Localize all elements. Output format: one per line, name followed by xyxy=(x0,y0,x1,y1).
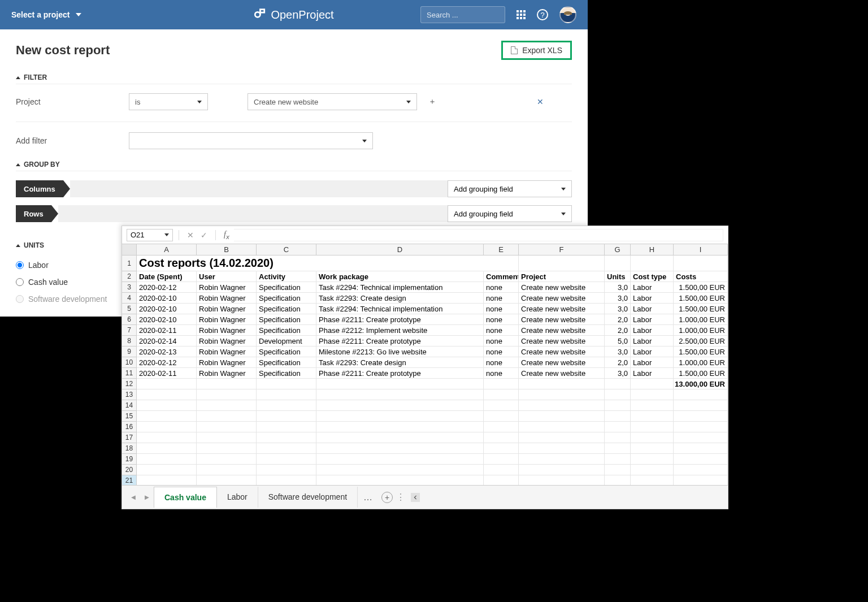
cell[interactable] xyxy=(257,475,316,486)
cell[interactable] xyxy=(484,432,519,443)
row-header[interactable]: 11 xyxy=(122,368,137,379)
cell[interactable] xyxy=(257,454,316,465)
cell[interactable]: 1.500,00 EUR xyxy=(674,304,728,314)
col-header[interactable]: A xyxy=(137,244,197,255)
sheet-tab[interactable]: Labor xyxy=(217,487,258,508)
cell[interactable] xyxy=(197,465,257,475)
cell[interactable]: 1.500,00 EUR xyxy=(674,347,728,357)
cell[interactable]: Labor xyxy=(631,357,674,368)
cell[interactable]: Phase #2211: Create prototype xyxy=(316,314,484,325)
spreadsheet-grid[interactable]: ABCDEFGHI1Cost reports (14.02.2020)2Date… xyxy=(122,244,728,486)
cell[interactable]: Task #2293: Create design xyxy=(316,293,484,304)
cell[interactable] xyxy=(316,465,484,475)
cell[interactable] xyxy=(197,475,257,486)
cell[interactable]: Phase #2211: Create prototype xyxy=(316,368,484,379)
cell[interactable] xyxy=(316,454,484,465)
cell[interactable]: 2020-02-12 xyxy=(137,282,197,293)
cell[interactable] xyxy=(197,255,257,271)
cell[interactable]: Costs xyxy=(674,271,728,282)
export-xls-button[interactable]: Export XLS xyxy=(501,41,572,60)
hscroll-left-icon[interactable] xyxy=(411,493,420,502)
cell[interactable] xyxy=(484,255,519,271)
cell[interactable]: Robin Wagner xyxy=(197,282,257,293)
row-header[interactable]: 13 xyxy=(122,389,137,400)
cell[interactable] xyxy=(519,432,605,443)
row-header[interactable]: 3 xyxy=(122,282,137,293)
cell[interactable] xyxy=(257,443,316,454)
remove-filter-button[interactable]: ✕ xyxy=(509,97,572,106)
cell[interactable]: none xyxy=(484,293,519,304)
cell[interactable]: 1.000,00 EUR xyxy=(674,325,728,336)
cell[interactable]: Specification xyxy=(257,325,316,336)
row-header[interactable]: 6 xyxy=(122,314,137,325)
cell[interactable]: 2020-02-10 xyxy=(137,293,197,304)
apps-icon[interactable] xyxy=(517,10,526,19)
cell[interactable]: 1.000,00 EUR xyxy=(674,314,728,325)
cell[interactable]: Create new website xyxy=(519,293,605,304)
cell[interactable] xyxy=(631,454,674,465)
cell[interactable]: Task #2294: Technical implementation xyxy=(316,282,484,293)
col-header[interactable]: G xyxy=(605,244,631,255)
cell[interactable]: Labor xyxy=(631,336,674,347)
cell[interactable] xyxy=(674,400,728,411)
tab-drag-handle[interactable]: ⋮ xyxy=(393,492,409,503)
cell[interactable] xyxy=(316,411,484,422)
cell[interactable]: 3,0 xyxy=(605,304,631,314)
cell[interactable] xyxy=(137,411,197,422)
cell[interactable]: 3,0 xyxy=(605,347,631,357)
cell[interactable] xyxy=(519,389,605,400)
cell[interactable] xyxy=(484,379,519,389)
add-value-button[interactable]: ＋ xyxy=(428,97,436,107)
cell[interactable]: Project xyxy=(519,271,605,282)
cell[interactable] xyxy=(674,422,728,432)
cell[interactable]: Create new website xyxy=(519,304,605,314)
cell[interactable] xyxy=(631,443,674,454)
sheet-tab[interactable]: Cash value xyxy=(154,487,217,508)
cell[interactable] xyxy=(519,475,605,486)
cell[interactable] xyxy=(484,475,519,486)
cell[interactable]: none xyxy=(484,368,519,379)
cell[interactable] xyxy=(484,411,519,422)
cell[interactable] xyxy=(257,432,316,443)
cell[interactable] xyxy=(137,432,197,443)
cell[interactable] xyxy=(519,379,605,389)
cell[interactable]: none xyxy=(484,314,519,325)
cell[interactable]: Labor xyxy=(631,368,674,379)
cell[interactable] xyxy=(674,255,728,271)
cell[interactable]: Comment xyxy=(484,271,519,282)
cell[interactable]: Robin Wagner xyxy=(197,304,257,314)
cell[interactable]: 2020-02-10 xyxy=(137,314,197,325)
user-avatar[interactable] xyxy=(559,6,576,23)
cell[interactable] xyxy=(197,379,257,389)
cell[interactable] xyxy=(316,432,484,443)
row-header[interactable]: 19 xyxy=(122,454,137,465)
tab-more[interactable]: … xyxy=(358,492,378,503)
cell[interactable] xyxy=(137,389,197,400)
cell[interactable] xyxy=(316,475,484,486)
cell[interactable]: Specification xyxy=(257,293,316,304)
filter-operator-select[interactable]: is xyxy=(129,93,208,110)
cell[interactable] xyxy=(605,465,631,475)
fx-icon[interactable]: fx xyxy=(224,230,229,240)
cell[interactable] xyxy=(605,422,631,432)
cell[interactable] xyxy=(137,379,197,389)
cell[interactable]: Specification xyxy=(257,368,316,379)
cell[interactable] xyxy=(484,422,519,432)
cell[interactable]: Create new website xyxy=(519,357,605,368)
cell[interactable]: Labor xyxy=(631,325,674,336)
cell[interactable] xyxy=(519,465,605,475)
cell[interactable]: Cost reports (14.02.2020) xyxy=(137,255,197,271)
cell[interactable] xyxy=(519,422,605,432)
cell[interactable]: Create new website xyxy=(519,336,605,347)
cell[interactable]: none xyxy=(484,357,519,368)
cell[interactable] xyxy=(605,255,631,271)
cell[interactable]: Create new website xyxy=(519,347,605,357)
sheet-tab[interactable]: Software development xyxy=(258,487,358,508)
cell[interactable]: 1.500,00 EUR xyxy=(674,368,728,379)
cell[interactable]: Labor xyxy=(631,282,674,293)
cell[interactable]: User xyxy=(197,271,257,282)
project-selector[interactable]: Select a project xyxy=(11,10,81,19)
cell[interactable]: Specification xyxy=(257,282,316,293)
add-filter-select[interactable] xyxy=(129,132,373,149)
brand-logo[interactable]: OpenProject xyxy=(254,7,333,23)
